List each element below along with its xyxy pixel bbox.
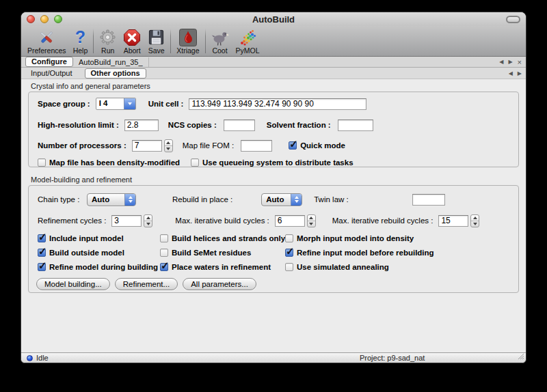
unit-cell-label: Unit cell : [148,100,184,108]
title-bar[interactable]: AutoBuild [21,12,526,26]
refine-during-building-checkbox[interactable] [38,263,46,271]
run-gear-icon [99,28,116,46]
refinement-cycles-field[interactable] [111,215,142,227]
chain-type-label: Chain type : [38,195,87,204]
toolbar-label: Run [101,46,114,55]
toolbar-label: Save [148,46,165,55]
coot-icon [211,28,229,46]
toolbar-toggle-button[interactable] [506,16,520,23]
model-building-button[interactable]: Model building... [36,278,110,290]
max-build-cycles-label: Max. iterative build cycles : [175,216,269,225]
max-build-cycles-stepper[interactable] [307,214,316,227]
chain-type-popup[interactable]: Auto [87,193,136,206]
checkbox-label: Place waters in refinement [172,263,271,271]
subtab-next-icon[interactable]: ▶ [518,70,522,76]
checkbox-label: Include input model [49,234,124,242]
status-led-icon [27,355,33,361]
run-button[interactable]: Run [96,27,120,55]
checkbox-label: Build SeMet residues [172,249,251,257]
toolbar-label: PyMOL [236,46,260,55]
build-helices-checkbox[interactable] [160,234,168,242]
pymol-button[interactable]: PyMOL [232,27,263,55]
space-group-combo[interactable]: I 4 [96,98,136,110]
popup-arrows-icon [291,194,302,206]
space-group-label: Space group : [38,100,90,108]
build-outside-model-checkbox[interactable] [38,249,46,257]
checkbox-label: Refine input model before rebuilding [297,249,434,257]
abort-button[interactable]: Abort [120,27,144,55]
main-tab-bar: Configure AutoBuild_run_35_ ◀ ▶ × [21,57,526,68]
toolbar-label: Help [73,46,88,55]
status-bar: Idle Project: p9-sad_nat [21,352,526,363]
morph-input-model-checkbox[interactable] [285,234,293,242]
map-fom-field[interactable] [241,140,272,152]
high-res-label: High-resolution limit : [38,121,119,129]
solvent-fraction-label: Solvent fraction : [267,121,331,129]
checkbox-label: Build helices and strands only [172,234,285,242]
refine-before-rebuild-checkbox[interactable] [285,249,293,257]
quick-mode-label: Quick mode [300,141,345,150]
options-panel: Crystal info and general parameters Spac… [21,79,526,352]
max-rebuild-cycles-stepper[interactable] [470,214,479,227]
density-modified-label: Map file has been density-modified [49,158,180,167]
num-processors-label: Number of processors : [38,141,126,150]
max-rebuild-cycles-field[interactable] [438,215,468,227]
preferences-icon [38,28,55,46]
rebuild-in-place-value: Auto [262,195,291,204]
pymol-icon [239,28,256,46]
toolbar-separator [205,29,206,53]
tab-prev-icon[interactable]: ◀ [499,59,503,65]
twin-law-field[interactable] [412,194,445,206]
abort-icon [123,28,141,46]
simulated-annealing-checkbox[interactable] [285,263,293,271]
preferences-button[interactable]: Preferences [24,27,70,55]
tab-autobuild-run[interactable]: AutoBuild_run_35_ [73,57,149,67]
unit-cell-field[interactable] [189,98,366,110]
sub-tab-bar: Input/Output Other options ◀ ▶ [21,68,526,79]
tab-other-options[interactable]: Other options [85,68,146,79]
tab-close-icon[interactable]: × [518,59,522,65]
tab-configure[interactable]: Configure [25,57,73,67]
solvent-fraction-field[interactable] [338,120,373,131]
high-res-field[interactable] [124,120,159,131]
ncs-copies-field[interactable] [224,120,255,131]
map-fom-label: Map file FOM : [183,141,234,150]
resize-grip[interactable] [517,352,524,361]
quick-mode-checkbox[interactable] [289,141,297,150]
coot-button[interactable]: Coot [208,27,232,55]
tab-next-icon[interactable]: ▶ [508,59,512,65]
app-window: AutoBuild Preferences ? [21,12,526,363]
rebuild-in-place-label: Rebuild in place : [172,195,232,204]
ncs-copies-label: NCS copies : [168,121,217,129]
xtriage-icon [179,28,197,46]
subtab-prev-icon[interactable]: ◀ [509,70,513,76]
help-button[interactable]: ? Help [70,27,92,55]
refinement-button[interactable]: Refinement... [115,278,178,290]
rebuild-in-place-popup[interactable]: Auto [261,193,302,206]
tab-input-output[interactable]: Input/Output [25,68,78,78]
queueing-label: Use queueing system to distribute tasks [202,158,353,167]
place-waters-checkbox[interactable] [160,263,168,271]
checkbox-label: Build outside model [49,249,124,257]
refinement-cycles-stepper[interactable] [144,214,152,227]
xtriage-button[interactable]: Xtriage [173,27,202,55]
combo-dropdown-icon[interactable] [124,98,135,109]
toolbar-separator [170,29,171,53]
num-processors-field[interactable] [132,140,162,152]
max-rebuild-cycles-label: Max. iterative rebuild cycles : [332,216,433,225]
density-modified-checkbox[interactable] [38,158,46,167]
all-parameters-button[interactable]: All parameters... [183,278,256,290]
twin-law-label: Twin law : [314,195,349,204]
queueing-checkbox[interactable] [191,158,199,167]
max-build-cycles-field[interactable] [275,215,305,227]
toolbar-separator [93,29,94,53]
space-group-value: I 4 [96,98,124,109]
checkbox-label: Refine model during building [49,263,158,271]
num-processors-stepper[interactable] [164,139,173,152]
include-input-model-checkbox[interactable] [38,234,46,242]
build-semet-checkbox[interactable] [160,249,168,257]
save-button[interactable]: Save [144,27,168,55]
crystal-info-group: Crystal info and general parameters Spac… [21,82,526,167]
help-icon: ? [75,28,85,46]
checkbox-label: Use simulated annealing [297,263,389,271]
